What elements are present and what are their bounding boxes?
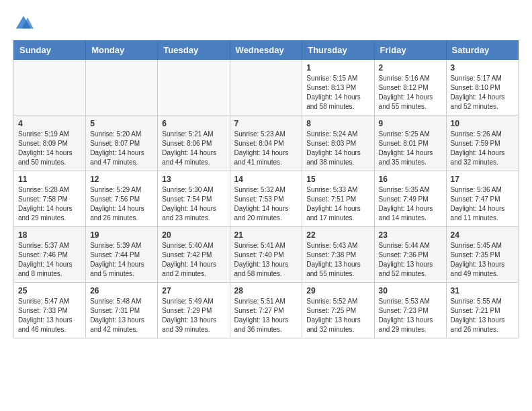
week-row-2: 4Sunrise: 5:19 AM Sunset: 8:09 PM Daylig…: [14, 116, 519, 171]
day-info: Sunrise: 5:19 AM Sunset: 8:09 PM Dayligh…: [18, 130, 81, 167]
day-info: Sunrise: 5:49 AM Sunset: 7:29 PM Dayligh…: [162, 297, 225, 334]
calendar-table: SundayMondayTuesdayWednesdayThursdayFrid…: [13, 40, 519, 338]
calendar-cell: 27Sunrise: 5:49 AM Sunset: 7:29 PM Dayli…: [158, 283, 230, 338]
weekday-header-friday: Friday: [374, 41, 446, 60]
calendar-cell: 19Sunrise: 5:39 AM Sunset: 7:44 PM Dayli…: [86, 227, 158, 283]
day-info: Sunrise: 5:55 AM Sunset: 7:21 PM Dayligh…: [451, 297, 514, 334]
day-info: Sunrise: 5:52 AM Sunset: 7:25 PM Dayligh…: [306, 297, 369, 334]
day-info: Sunrise: 5:20 AM Sunset: 8:07 PM Dayligh…: [90, 130, 153, 167]
day-number: 13: [162, 175, 225, 184]
calendar-cell: 23Sunrise: 5:44 AM Sunset: 7:36 PM Dayli…: [374, 227, 446, 283]
calendar-cell: 21Sunrise: 5:41 AM Sunset: 7:40 PM Dayli…: [230, 227, 302, 283]
week-row-1: 1Sunrise: 5:15 AM Sunset: 8:13 PM Daylig…: [14, 60, 519, 116]
calendar-cell: 1Sunrise: 5:15 AM Sunset: 8:13 PM Daylig…: [302, 60, 374, 116]
calendar-cell: 22Sunrise: 5:43 AM Sunset: 7:38 PM Dayli…: [302, 227, 374, 283]
calendar-cell: [230, 60, 302, 116]
day-info: Sunrise: 5:41 AM Sunset: 7:40 PM Dayligh…: [234, 241, 298, 279]
calendar-cell: 26Sunrise: 5:48 AM Sunset: 7:31 PM Dayli…: [86, 283, 158, 338]
calendar-cell: 14Sunrise: 5:32 AM Sunset: 7:53 PM Dayli…: [230, 171, 302, 227]
day-info: Sunrise: 5:40 AM Sunset: 7:42 PM Dayligh…: [162, 241, 225, 279]
day-number: 2: [379, 63, 442, 73]
week-row-5: 25Sunrise: 5:47 AM Sunset: 7:33 PM Dayli…: [14, 283, 519, 338]
day-info: Sunrise: 5:30 AM Sunset: 7:54 PM Dayligh…: [162, 185, 225, 223]
day-info: Sunrise: 5:16 AM Sunset: 8:12 PM Dayligh…: [379, 74, 442, 111]
day-number: 10: [451, 119, 514, 128]
calendar-cell: [158, 60, 230, 116]
calendar-cell: 13Sunrise: 5:30 AM Sunset: 7:54 PM Dayli…: [158, 171, 230, 227]
day-info: Sunrise: 5:37 AM Sunset: 7:46 PM Dayligh…: [18, 241, 81, 279]
day-number: 11: [18, 175, 81, 184]
day-number: 6: [162, 119, 225, 128]
day-number: 30: [379, 286, 442, 295]
day-number: 1: [306, 63, 369, 73]
calendar-cell: 30Sunrise: 5:53 AM Sunset: 7:23 PM Dayli…: [374, 283, 446, 338]
day-number: 16: [379, 175, 442, 184]
calendar-cell: 3Sunrise: 5:17 AM Sunset: 8:10 PM Daylig…: [446, 60, 518, 116]
calendar-cell: 25Sunrise: 5:47 AM Sunset: 7:33 PM Dayli…: [14, 283, 86, 338]
day-info: Sunrise: 5:45 AM Sunset: 7:35 PM Dayligh…: [451, 241, 514, 279]
calendar-cell: 6Sunrise: 5:21 AM Sunset: 8:06 PM Daylig…: [158, 116, 230, 171]
calendar-cell: [86, 60, 158, 116]
calendar-cell: 31Sunrise: 5:55 AM Sunset: 7:21 PM Dayli…: [446, 283, 518, 338]
day-info: Sunrise: 5:28 AM Sunset: 7:58 PM Dayligh…: [18, 185, 81, 223]
calendar-cell: 29Sunrise: 5:52 AM Sunset: 7:25 PM Dayli…: [302, 283, 374, 338]
day-info: Sunrise: 5:51 AM Sunset: 7:27 PM Dayligh…: [234, 297, 298, 334]
calendar-cell: 7Sunrise: 5:23 AM Sunset: 8:04 PM Daylig…: [230, 116, 302, 171]
page-header: [13, 13, 519, 34]
weekday-header-wednesday: Wednesday: [230, 41, 302, 60]
day-info: Sunrise: 5:26 AM Sunset: 7:59 PM Dayligh…: [451, 130, 514, 167]
calendar-cell: 12Sunrise: 5:29 AM Sunset: 7:56 PM Dayli…: [86, 171, 158, 227]
day-number: 18: [18, 230, 81, 240]
day-info: Sunrise: 5:17 AM Sunset: 8:10 PM Dayligh…: [451, 74, 514, 111]
day-info: Sunrise: 5:29 AM Sunset: 7:56 PM Dayligh…: [90, 185, 153, 223]
weekday-header-row: SundayMondayTuesdayWednesdayThursdayFrid…: [14, 41, 519, 60]
day-info: Sunrise: 5:35 AM Sunset: 7:49 PM Dayligh…: [379, 185, 442, 223]
day-info: Sunrise: 5:53 AM Sunset: 7:23 PM Dayligh…: [379, 297, 442, 334]
day-number: 26: [90, 286, 153, 295]
calendar-cell: 11Sunrise: 5:28 AM Sunset: 7:58 PM Dayli…: [14, 171, 86, 227]
weekday-header-tuesday: Tuesday: [158, 41, 230, 60]
day-number: 21: [234, 230, 298, 240]
calendar-cell: 20Sunrise: 5:40 AM Sunset: 7:42 PM Dayli…: [158, 227, 230, 283]
day-number: 5: [90, 119, 153, 128]
logo: [13, 13, 35, 34]
day-info: Sunrise: 5:47 AM Sunset: 7:33 PM Dayligh…: [18, 297, 81, 334]
day-number: 19: [90, 230, 153, 240]
day-number: 23: [379, 230, 442, 240]
calendar-cell: 24Sunrise: 5:45 AM Sunset: 7:35 PM Dayli…: [446, 227, 518, 283]
day-number: 24: [451, 230, 514, 240]
calendar-cell: 17Sunrise: 5:36 AM Sunset: 7:47 PM Dayli…: [446, 171, 518, 227]
day-number: 22: [306, 230, 369, 240]
calendar-cell: 8Sunrise: 5:24 AM Sunset: 8:03 PM Daylig…: [302, 116, 374, 171]
calendar-cell: [14, 60, 86, 116]
day-number: 29: [306, 286, 369, 295]
weekday-header-saturday: Saturday: [446, 41, 518, 60]
day-info: Sunrise: 5:32 AM Sunset: 7:53 PM Dayligh…: [234, 185, 298, 223]
weekday-header-monday: Monday: [86, 41, 158, 60]
calendar-cell: 18Sunrise: 5:37 AM Sunset: 7:46 PM Dayli…: [14, 227, 86, 283]
day-info: Sunrise: 5:21 AM Sunset: 8:06 PM Dayligh…: [162, 130, 225, 167]
day-number: 14: [234, 175, 298, 184]
day-info: Sunrise: 5:15 AM Sunset: 8:13 PM Dayligh…: [306, 74, 369, 111]
day-info: Sunrise: 5:44 AM Sunset: 7:36 PM Dayligh…: [379, 241, 442, 279]
day-number: 12: [90, 175, 153, 184]
day-info: Sunrise: 5:36 AM Sunset: 7:47 PM Dayligh…: [451, 185, 514, 223]
day-number: 7: [234, 119, 298, 128]
day-number: 15: [306, 175, 369, 184]
day-info: Sunrise: 5:48 AM Sunset: 7:31 PM Dayligh…: [90, 297, 153, 334]
weekday-header-sunday: Sunday: [14, 41, 86, 60]
day-number: 4: [18, 119, 81, 128]
day-number: 17: [451, 175, 514, 184]
weekday-header-thursday: Thursday: [302, 41, 374, 60]
calendar-cell: 15Sunrise: 5:33 AM Sunset: 7:51 PM Dayli…: [302, 171, 374, 227]
calendar-cell: 16Sunrise: 5:35 AM Sunset: 7:49 PM Dayli…: [374, 171, 446, 227]
calendar-cell: 28Sunrise: 5:51 AM Sunset: 7:27 PM Dayli…: [230, 283, 302, 338]
day-number: 28: [234, 286, 298, 295]
day-info: Sunrise: 5:24 AM Sunset: 8:03 PM Dayligh…: [306, 130, 369, 167]
day-number: 3: [451, 63, 514, 73]
calendar-cell: 2Sunrise: 5:16 AM Sunset: 8:12 PM Daylig…: [374, 60, 446, 116]
day-info: Sunrise: 5:23 AM Sunset: 8:04 PM Dayligh…: [234, 130, 298, 167]
day-number: 9: [379, 119, 442, 128]
calendar-cell: 5Sunrise: 5:20 AM Sunset: 8:07 PM Daylig…: [86, 116, 158, 171]
logo-icon: [13, 13, 34, 34]
